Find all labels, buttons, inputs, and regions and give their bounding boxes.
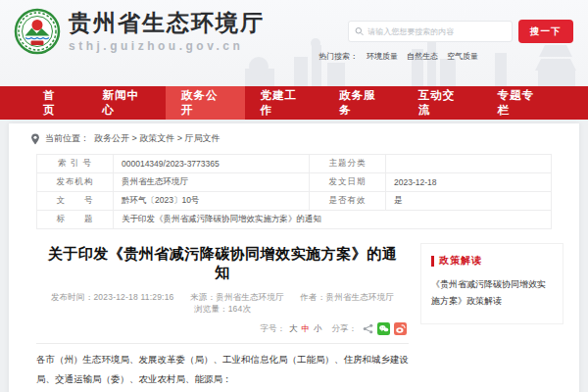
search-input[interactable] — [368, 27, 506, 36]
breadcrumb-path[interactable]: 政务公开 > 政策文件 > 厅局文件 — [94, 132, 220, 145]
font-size-large-button[interactable]: 大 — [289, 323, 298, 335]
site-brand[interactable]: 贵州省生态环境厅 sthj.guizhou.gov.cn — [14, 8, 265, 55]
meta-label-doc-number: 文 号 — [37, 192, 114, 211]
nav-item-home[interactable]: 首 页 — [27, 86, 86, 120]
weibo-share-icon[interactable] — [394, 322, 407, 335]
location-pin-icon — [30, 133, 40, 145]
article-body: 各市（州）生态环境局、发展改革委（局）、工业和信息化局（工能局）、住房和城乡建设… — [36, 350, 409, 392]
share-icons — [363, 322, 407, 335]
article-source: 来源：贵州省生态环境厅 — [190, 292, 284, 302]
site-header: 贵州省生态环境厅 sthj.guizhou.gov.cn 搜一下 热门搜索： 环… — [0, 0, 588, 86]
font-size-label: 字号： — [261, 323, 286, 335]
right-sidebar: 政策解读 《贵州省减污降碳协同增效实施方案》政策解读 — [420, 229, 564, 392]
hot-search-item-2[interactable]: 自然生态 — [407, 51, 438, 62]
article-wrap: 关于印发《贵州省减污降碳协同增效实施方案》的通知 发布时间：2023-12-18… — [9, 229, 579, 392]
red-accent-bar — [431, 256, 434, 267]
hot-search-item-1[interactable]: 环境质量 — [367, 51, 398, 62]
meta-value-title: 关于印发《贵州省减污降碳协同增效实施方案》的通知 — [114, 211, 552, 229]
nav-item-party-building[interactable]: 党建工作 — [245, 86, 324, 120]
document-meta-table: 索 引 号 000014349/2023-3773365 主题分类 发布机构 贵… — [36, 154, 552, 229]
agency-logo-icon — [14, 8, 61, 55]
policy-interpretation-link[interactable]: 《贵州省减污降碳协同增效实施方案》政策解读 — [431, 276, 553, 310]
meta-label-title: 标 题 — [37, 211, 114, 229]
nav-item-interaction[interactable]: 互动交流 — [403, 86, 482, 120]
share-label: 分享： — [332, 323, 358, 335]
view-count: 浏览量：164次 — [194, 304, 251, 314]
meta-label-issuing-agency: 发布机构 — [37, 173, 114, 192]
table-row: 发布机构 贵州省生态环境厅 发文日期 2023-12-18 — [37, 173, 552, 192]
meta-label-topic-category: 主题分类 — [310, 155, 386, 173]
meta-value-doc-number: 黔环气〔2023〕10号 — [114, 192, 310, 211]
site-title: 贵州省生态环境厅 — [69, 10, 265, 35]
meta-label-index-no: 索 引 号 — [37, 155, 114, 173]
hot-search-label: 热门搜索： — [318, 51, 358, 62]
policy-interpretation-box: 政策解读 《贵州省减污降碳协同增效实施方案》政策解读 — [420, 243, 564, 324]
article-meta-line: 发布时间：2023-12-18 11:29:16 来源：贵州省生态环境厅 作者：… — [36, 292, 409, 316]
table-row: 文 号 黔环气〔2023〕10号 是否有效 是 — [37, 192, 552, 211]
table-row: 标 题 关于印发《贵州省减污降碳协同增效实施方案》的通知 — [37, 211, 552, 229]
article-paragraph: 各市（州）生态环境局、发展改革委（局）、工业和信息化局（工能局）、住房和城乡建设… — [36, 350, 409, 390]
font-size-small-button[interactable]: 小 — [314, 323, 322, 335]
table-row: 索 引 号 000014349/2023-3773365 主题分类 — [37, 155, 552, 173]
meta-value-issuing-agency: 贵州省生态环境厅 — [114, 173, 310, 192]
search-area: 搜一下 热门搜索： 环境质量 自然生态 空气质量 — [348, 20, 578, 62]
search-icon — [355, 26, 364, 36]
policy-interpretation-title: 政策解读 — [439, 254, 482, 268]
policy-interpretation-header: 政策解读 — [431, 254, 553, 268]
article-main-column: 关于印发《贵州省减污降碳协同增效实施方案》的通知 发布时间：2023-12-18… — [36, 229, 420, 392]
page: 贵州省生态环境厅 sthj.guizhou.gov.cn 搜一下 热门搜索： 环… — [0, 0, 588, 392]
breadcrumb: 当前位置： 政务公开 > 政策文件 > 厅局文件 — [9, 123, 579, 152]
site-url: sthj.guizhou.gov.cn — [69, 39, 265, 53]
hot-search-item-3[interactable]: 空气质量 — [447, 51, 478, 62]
meta-value-topic-category — [386, 155, 552, 173]
meta-value-issue-date: 2023-12-18 — [386, 173, 552, 192]
breadcrumb-label: 当前位置： — [45, 132, 89, 145]
brand-text: 贵州省生态环境厅 sthj.guizhou.gov.cn — [69, 10, 265, 52]
wechat-share-icon[interactable] — [377, 322, 390, 335]
hot-search-row: 热门搜索： 环境质量 自然生态 空气质量 — [318, 51, 578, 62]
meta-value-validity: 是 — [386, 192, 552, 211]
share-nodes-icon[interactable] — [363, 323, 373, 334]
nav-item-gov-services[interactable]: 政务服务 — [323, 86, 403, 120]
font-size-medium-button[interactable]: 中 — [302, 323, 311, 335]
nav-item-news[interactable]: 新闻中心 — [86, 86, 166, 120]
meta-label-issue-date: 发文日期 — [310, 173, 386, 192]
main-nav: 首 页 新闻中心 政务公开 党建工作 政务服务 互动交流 专题专栏 — [0, 86, 588, 120]
search-box[interactable] — [348, 21, 513, 42]
article-tools-line: 字号： 大 中 小 分享： — [36, 322, 409, 335]
content-divider — [36, 343, 409, 344]
nav-item-gov-disclosure[interactable]: 政务公开 — [166, 86, 245, 120]
meta-label-validity: 是否有效 — [310, 192, 386, 211]
search-button[interactable]: 搜一下 — [518, 20, 573, 43]
publish-time: 发布时间：2023-12-18 11:29:16 — [51, 292, 174, 302]
page-title: 关于印发《贵州省减污降碳协同增效实施方案》的通知 — [42, 245, 403, 282]
nav-item-special-topics[interactable]: 专题专栏 — [481, 86, 561, 120]
meta-value-index-no: 000014349/2023-3773365 — [114, 155, 310, 173]
article-author: 作者：贵州省生态环境厅 — [300, 292, 394, 302]
content-panel: 当前位置： 政务公开 > 政策文件 > 厅局文件 索 引 号 000014349… — [9, 123, 579, 392]
